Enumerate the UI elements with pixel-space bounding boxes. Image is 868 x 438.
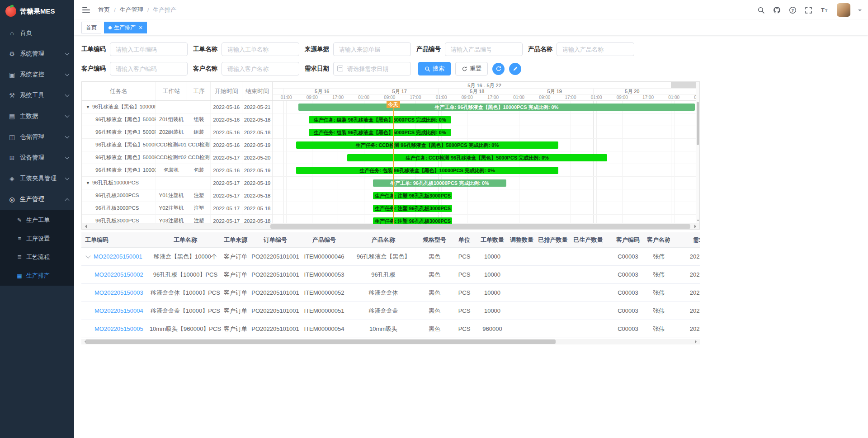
sidebar-item[interactable]: ◈工装夹具管理	[0, 168, 74, 189]
work-order-link[interactable]: MO202205150005	[94, 325, 143, 332]
customer-code-input[interactable]	[110, 62, 188, 75]
product-code-input[interactable]	[445, 42, 523, 56]
breadcrumb-item[interactable]: 首页	[98, 6, 110, 14]
refresh-button[interactable]	[492, 63, 505, 75]
gantt-bar-label: 生产任务: 组装 96孔移液盒【黑色】5000PCS 完成比例: 0%	[312, 117, 448, 123]
sidebar-item[interactable]: ◫仓储管理	[0, 127, 74, 147]
gantt-task-row[interactable]: 96孔移液盒【黑色】5000PCSCCD检测#02CCD检测2022-05-17…	[82, 151, 273, 164]
table-row[interactable]: MO202205150001移液盒【黑色】10000个客户订单PO2022051…	[81, 248, 700, 266]
table-row[interactable]: MO202205150004移液盒盒盖【10000】PCS客户订单PO20220…	[81, 302, 700, 320]
work-order-code-input[interactable]	[110, 42, 188, 56]
table-horizontal-scrollbar[interactable]	[81, 339, 700, 344]
sidebar-toggle-icon[interactable]	[82, 7, 90, 13]
tab-active[interactable]: 生产排产×	[104, 22, 147, 33]
gantt-bar-label: 生产工单: 96孔移液盒【黑色】10000PCS 完成比例: 0%	[433, 104, 561, 111]
github-icon[interactable]	[773, 6, 781, 14]
gantt-task-bar[interactable]: 生产任务: 组装 96孔移液盒【黑色】5000PCS 完成比例: 0%	[309, 116, 452, 123]
gantt-task-row[interactable]: ▼96孔孔板10000PCS2022-05-172022-05-19	[82, 177, 273, 189]
gantt-task-bar[interactable]: 生产任务: CCD检测 96孔移液盒【黑色】5000PCS 完成比例: 0%	[347, 154, 607, 161]
sidebar-subitem[interactable]: ✎生产工单	[0, 211, 74, 229]
sidebar-item[interactable]: ◎生产管理	[0, 189, 74, 210]
scroll-right-arrow-icon[interactable]	[694, 225, 698, 228]
gantt-task-row[interactable]: ▼96孔移液盒【黑色】10000PCS2022-05-162022-05-21	[82, 101, 273, 113]
gantt-task-row[interactable]: 96孔孔板3000PCSY01注塑机注塑2022-05-172022-05-18	[82, 189, 273, 202]
fullscreen-icon[interactable]	[804, 6, 812, 14]
filter-label: 来源单据	[305, 45, 329, 53]
chevron-down-icon	[65, 72, 70, 76]
gantt-task-row[interactable]: 96孔移液盒【黑色】5000PCSCCD检测#01CCD检测2022-05-16…	[82, 139, 273, 151]
gantt-task-bar[interactable]: 生产任务: 包装 96孔移液盒【黑色】10000PCS 完成比例: 0%	[296, 167, 558, 174]
help-icon[interactable]: ?	[788, 6, 797, 14]
user-avatar[interactable]	[837, 3, 850, 17]
scrollbar-thumb[interactable]	[85, 339, 556, 344]
expand-caret-icon[interactable]	[85, 253, 90, 258]
task-station: Z01组装机	[156, 113, 188, 126]
sidebar-subitem[interactable]: ▦生产排产	[0, 266, 74, 285]
scrollbar-thumb[interactable]	[270, 224, 690, 229]
gantt-task-bar[interactable]: 生产任务: 注塑 96孔孔板3000PCS 完成比例: 0%	[373, 192, 452, 199]
user-dropdown-caret-icon[interactable]	[858, 9, 862, 13]
sidebar-subitem[interactable]: ≣工艺流程	[0, 248, 74, 266]
gantt-task-bar[interactable]: 生产任务: CCD检测 96孔移液盒【黑色】5000PCS 完成比例: 0%	[296, 141, 558, 149]
breadcrumb-item[interactable]: 生产排产	[153, 6, 176, 14]
chevron-down-icon	[65, 155, 70, 160]
sidebar-item[interactable]: ⌂首页	[0, 23, 74, 43]
gantt-task-row[interactable]: 96孔孔板3000PCSY02注塑机注塑2022-05-172022-05-18	[82, 202, 273, 215]
work-order-link[interactable]: MO202205150001	[94, 253, 142, 260]
gantt-task-bar[interactable]: 生产任务: 注塑 96孔孔板3000PCS 完成比例: 0%	[373, 205, 452, 212]
task-name-cell: 96孔孔板3000PCS	[82, 215, 156, 224]
gantt-task-row[interactable]: 96孔孔板3000PCSY03注塑机注塑2022-05-172022-05-18	[82, 215, 273, 224]
gantt-task-row[interactable]: 96孔移液盒【黑色】5000PCSZ01组装机组装2022-05-162022-…	[82, 113, 273, 126]
sidebar-item[interactable]: ⚒系统工具	[0, 85, 74, 106]
gantt-task-bar[interactable]: 生产任务: 注塑 96孔孔板3000PCS 完成比例: 0%	[373, 217, 452, 224]
column-header: 产品编号	[301, 232, 347, 247]
breadcrumb-item[interactable]: 生产管理	[120, 6, 143, 14]
sidebar-item[interactable]: ⚙系统管理	[0, 43, 74, 64]
gantt-bar-label: 生产任务: 注塑 96孔孔板3000PCS 完成比例: 0%	[373, 218, 452, 224]
font-size-icon[interactable]: TT	[820, 6, 828, 14]
sidebar-item[interactable]: ▤主数据	[0, 106, 74, 127]
gantt-vertical-scrollbar[interactable]	[696, 82, 699, 224]
task-name: 96孔移液盒【黑色】5000PCS	[95, 129, 156, 136]
collapse-caret-icon[interactable]: ▼	[86, 105, 90, 109]
scroll-down-arrow-icon[interactable]	[697, 220, 699, 222]
table-cell: 黑色	[420, 320, 449, 338]
work-order-link[interactable]: MO202205150004	[94, 307, 143, 314]
work-order-link[interactable]: MO202205150002	[94, 271, 143, 278]
gantt-order-bar[interactable]: 生产工单: 96孔移液盒【黑色】10000PCS 完成比例: 0%	[298, 104, 694, 111]
sidebar-item[interactable]: ▣系统监控	[0, 64, 74, 85]
product-name-input[interactable]	[557, 42, 634, 56]
source-doc-input[interactable]	[333, 42, 411, 56]
task-name-cell: 96孔移液盒【黑色】10000PCS	[82, 164, 156, 176]
edit-button[interactable]	[509, 63, 521, 75]
gantt-task-row[interactable]: 96孔移液盒【黑色】10000PCS包装机包装2022-05-162022-05…	[82, 164, 273, 177]
customer-name-input[interactable]	[222, 62, 299, 75]
gantt-task-row[interactable]: 96孔移液盒【黑色】5000PCSZ02组装机组装2022-05-162022-…	[82, 126, 273, 139]
demand-date-input[interactable]	[333, 62, 411, 75]
work-order-name-input[interactable]	[222, 42, 299, 56]
timeline-day-label: 5月 18	[438, 89, 516, 95]
table-row[interactable]: MO20220515000510mm吸头【960000】PCS客户订单PO202…	[81, 320, 700, 338]
today-marker-line	[393, 101, 394, 224]
reset-button[interactable]: 重置	[455, 62, 488, 75]
table-row[interactable]: MO20220515000296孔孔板【10000】PCS客户订单PO20220…	[81, 266, 700, 284]
scroll-right-arrow-icon[interactable]	[695, 340, 698, 344]
tab-home[interactable]: 首页	[81, 22, 101, 33]
sidebar-item[interactable]: ⊞设备管理	[0, 147, 74, 168]
search-icon[interactable]	[757, 6, 765, 14]
search-button[interactable]: 搜索	[418, 62, 451, 75]
close-icon[interactable]: ×	[139, 24, 142, 31]
row-gridline	[273, 164, 696, 164]
sidebar-subitem[interactable]: ≡工序设置	[0, 229, 74, 248]
collapse-caret-icon[interactable]: ▼	[86, 181, 90, 185]
work-order-code-cell: MO202205150003	[81, 284, 149, 301]
table-row[interactable]: MO202205150003移液盒盒体【10000】PCS客户订单PO20220…	[81, 284, 700, 302]
gantt-task-bar[interactable]: 生产任务: 组装 96孔移液盒【黑色】5000PCS 完成比例: 0%	[309, 129, 452, 136]
gantt-horizontal-scrollbar[interactable]	[82, 223, 699, 229]
work-order-link[interactable]: MO202205150003	[94, 289, 143, 296]
app-logo[interactable]: 苦糖果MES	[0, 0, 74, 23]
scroll-left-arrow-icon[interactable]	[83, 225, 87, 228]
task-process: CCD检测	[187, 151, 211, 164]
scrollbar-thumb[interactable]	[697, 102, 699, 145]
chevron-down-icon	[65, 134, 70, 139]
